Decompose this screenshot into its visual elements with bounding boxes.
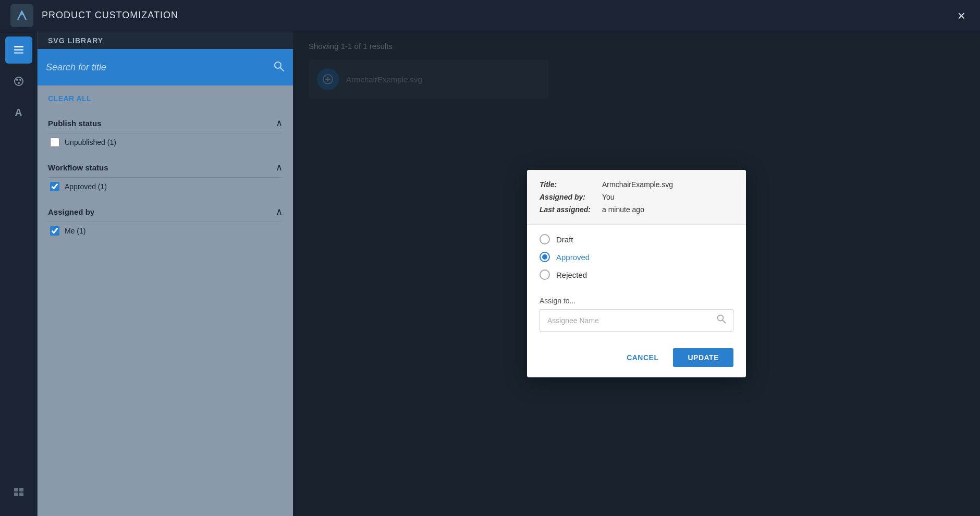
workflow-status-title: Workflow status xyxy=(48,163,108,172)
svg-rect-9 xyxy=(19,488,23,492)
radio-option-approved[interactable]: Approved xyxy=(540,252,733,262)
app-title: PRODUCT CUSTOMIZATION xyxy=(42,10,953,21)
filter-section-header-assigned[interactable]: Assigned by ∧ xyxy=(48,201,283,222)
svg-rect-11 xyxy=(19,493,23,496)
last-assigned-label: Last assigned: xyxy=(540,205,602,214)
assignee-search-icon xyxy=(710,310,733,331)
modal-overlay: Title: ArmchairExample.svg Assigned by: … xyxy=(293,31,980,516)
assignee-input[interactable] xyxy=(540,311,710,330)
filter-option-approved: Approved (1) xyxy=(48,178,283,193)
filter-option-me: Me (1) xyxy=(48,222,283,238)
svg-rect-1 xyxy=(14,46,23,47)
checkbox-me[interactable] xyxy=(50,226,59,236)
icon-sidebar: A xyxy=(0,31,38,516)
search-input[interactable] xyxy=(46,62,273,73)
radio-outer-draft xyxy=(540,234,550,244)
main-layout: A SVG LIBRARY xyxy=(0,31,980,516)
title-value: ArmchairExample.svg xyxy=(602,180,673,189)
filter-body: CLEAR ALL Publish status ∧ Unpublished (… xyxy=(38,85,293,516)
publish-status-title: Publish status xyxy=(48,119,102,128)
assigned-by-label: Assigned by: xyxy=(540,193,602,201)
clear-all-button[interactable]: CLEAR ALL xyxy=(48,94,91,103)
svg-point-5 xyxy=(16,79,18,81)
radio-option-rejected[interactable]: Rejected xyxy=(540,269,733,280)
assigned-by-value: You xyxy=(602,193,615,201)
checkbox-unpublished[interactable] xyxy=(50,138,59,147)
modal-footer: CANCEL UPDATE xyxy=(527,342,746,377)
svg-point-6 xyxy=(19,79,21,81)
svg-rect-10 xyxy=(14,493,18,496)
assign-to-label: Assign to... xyxy=(540,297,733,305)
svg-point-7 xyxy=(18,82,20,84)
library-title: SVG LIBRARY xyxy=(48,36,103,45)
filter-section-workflow: Workflow status ∧ Approved (1) xyxy=(48,156,283,193)
radio-label-approved: Approved xyxy=(556,253,590,262)
chevron-publish-icon: ∧ xyxy=(276,117,283,129)
modal-assign-section: Assign to... xyxy=(527,292,746,342)
radio-option-draft[interactable]: Draft xyxy=(540,234,733,244)
label-me: Me (1) xyxy=(65,227,85,235)
sidebar-item-palette[interactable] xyxy=(5,68,32,95)
top-header: PRODUCT CUSTOMIZATION × xyxy=(0,0,980,31)
label-unpublished: Unpublished (1) xyxy=(65,138,116,146)
filter-option-unpublished: Unpublished (1) xyxy=(48,133,283,149)
chevron-assigned-icon: ∧ xyxy=(276,206,283,217)
svg-rect-2 xyxy=(14,49,23,51)
sidebar-item-panels[interactable] xyxy=(5,478,32,506)
radio-label-rejected: Rejected xyxy=(556,271,587,279)
svg-line-16 xyxy=(722,320,726,323)
radio-outer-approved xyxy=(540,252,550,262)
filter-section-assigned-by: Assigned by ∧ Me (1) xyxy=(48,201,283,238)
svg-rect-8 xyxy=(14,488,18,492)
close-button[interactable]: × xyxy=(953,7,970,24)
modal-dialog: Title: ArmchairExample.svg Assigned by: … xyxy=(527,170,746,377)
modal-info-row-assigned-by: Assigned by: You xyxy=(540,193,733,201)
checkbox-approved[interactable] xyxy=(50,182,59,191)
sidebar-item-text[interactable]: A xyxy=(5,99,32,126)
svg-point-0 xyxy=(20,12,23,15)
svg-point-4 xyxy=(15,77,23,85)
label-approved: Approved (1) xyxy=(65,182,107,191)
filter-section-header-workflow[interactable]: Workflow status ∧ xyxy=(48,156,283,178)
modal-radio-section: Draft Approved Rejected xyxy=(527,225,746,292)
radio-label-draft: Draft xyxy=(556,235,573,244)
svg-line-13 xyxy=(280,68,284,71)
modal-info-row-last-assigned: Last assigned: a minute ago xyxy=(540,205,733,214)
svg-point-12 xyxy=(275,62,281,68)
chevron-workflow-icon: ∧ xyxy=(276,162,283,173)
filter-panel: SVG LIBRARY CLEAR ALL Publish status ∧ xyxy=(38,31,293,516)
assign-input-wrapper xyxy=(540,309,733,331)
search-button[interactable] xyxy=(273,60,285,75)
title-label: Title: xyxy=(540,180,602,189)
search-bar xyxy=(38,49,293,85)
update-button[interactable]: UPDATE xyxy=(673,348,733,367)
cancel-button[interactable]: CANCEL xyxy=(618,348,667,367)
app-logo xyxy=(10,4,33,27)
filter-section-header-publish[interactable]: Publish status ∧ xyxy=(48,112,283,133)
radio-outer-rejected xyxy=(540,269,550,280)
modal-info-table: Title: ArmchairExample.svg Assigned by: … xyxy=(527,170,746,225)
radio-inner-approved xyxy=(542,254,547,260)
last-assigned-value: a minute ago xyxy=(602,205,644,214)
modal-info-row-title: Title: ArmchairExample.svg xyxy=(540,180,733,189)
filter-section-publish: Publish status ∧ Unpublished (1) xyxy=(48,112,283,149)
sidebar-item-layers[interactable] xyxy=(5,36,32,64)
content-area: Showing 1-1 of 1 results ArmchairExample… xyxy=(293,31,980,516)
svg-rect-3 xyxy=(14,52,23,54)
assigned-by-title: Assigned by xyxy=(48,207,94,216)
